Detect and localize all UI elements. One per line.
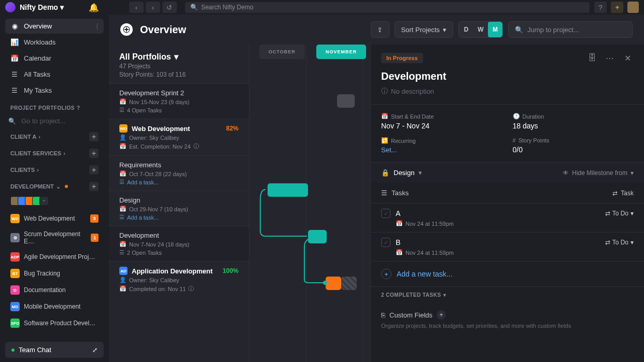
project-badge: MD [10,302,20,311]
timeline-row[interactable]: Design 📅Oct 29-Nov 7 (10 days) ☰Add a ta… [109,191,249,226]
timeline-row[interactable]: ADApplication Development100% 👤Owner: Sk… [109,261,249,298]
portfolios-header: PROJECT PORTFOLIOS? [5,99,104,113]
add-field-button[interactable]: + [437,310,446,320]
add-project-button[interactable]: + [89,132,99,141]
nav-calendar[interactable]: 📅Calendar [5,51,104,66]
info-icon[interactable]: ⓘ [193,142,199,150]
portfolio-client-a[interactable]: CLIENT A›+ [5,129,104,144]
project-docs[interactable]: DDocumentation [5,282,104,298]
description-field[interactable]: ⓘNo description [371,86,644,105]
project-scrum[interactable]: ⚙Scrum Development E…1 [5,227,104,248]
info-icon[interactable]: ⓘ [188,285,194,293]
portfolio-clients[interactable]: CLIENTS›+ [5,162,104,178]
close-button[interactable]: ✕ [621,52,634,64]
workspace-switcher[interactable]: Nifty Demo▾ [20,3,64,11]
collapse-sidebar-icon[interactable]: ⟨ [96,22,99,30]
notification-dot [65,185,68,188]
nav-back-button[interactable]: ‹ [129,2,144,13]
custom-fields-desc: Organize projects, track budgets, set pr… [371,323,644,329]
portfolio-client-services[interactable]: CLIENT SERVICES›+ [5,146,104,161]
sort-button[interactable]: Sort Projects▾ [395,21,453,38]
nav-all-tasks[interactable]: ☰All Tasks [5,67,104,82]
task-item[interactable]: B⇄To Do▾ 📅Nov 24 at 11:59pm [371,233,644,262]
project-badge: WD [119,124,128,133]
add-new-task[interactable]: +Add a new task... [371,262,644,287]
timeline-row-active[interactable]: Development 📅Nov 7-Nov 24 (18 days) ☰2 O… [109,226,249,261]
view-month[interactable]: M [488,22,502,37]
milestone-title[interactable]: Development [371,68,644,86]
add-project-button[interactable]: + [89,165,99,175]
gantt-bar[interactable] [341,277,357,290]
task-checkbox[interactable] [381,238,390,247]
gantt-chart[interactable]: OCTOBER NOVEMBER [249,45,370,362]
project-mobile[interactable]: MDMobile Development [5,299,104,314]
share-button[interactable]: ⇪ [371,21,389,38]
progress-pct: 100% [222,267,239,274]
add-task-link[interactable]: ☰Add a task... [119,179,239,185]
calendar-icon: 📅 [119,98,127,105]
gantt-bar[interactable] [308,230,327,243]
project-agile[interactable]: ADPAgile Development Proj… [5,249,104,265]
bell-icon[interactable]: 🔔 [89,3,99,12]
user-avatar[interactable] [627,2,639,13]
chevron-down-icon[interactable]: ▾ [418,169,422,177]
project-web-dev[interactable]: WDWeb Development3 [5,211,104,226]
add-task-button[interactable]: ⇄Task [612,190,634,197]
add-project-button[interactable]: + [89,182,99,191]
calendar-icon: 📅 [396,249,403,256]
hide-milestone-toggle[interactable]: 👁Hide Milestone from▾ [563,169,634,177]
team-chat-button[interactable]: Team Chat⤢ [5,342,104,358]
calendar-icon: 📅 [119,170,127,177]
progress-pct: 82% [226,125,239,132]
user-icon: 👤 [119,134,127,141]
task-checkbox[interactable] [381,209,390,218]
portfolio-title[interactable]: All Portfolios▾ [119,52,239,62]
view-week[interactable]: W [473,22,488,37]
points-value: 0/0 [513,146,634,154]
swap-icon: ⇄ [605,210,610,217]
gantt-bar[interactable] [326,277,341,290]
more-button[interactable]: ⋯ [604,52,616,64]
help-button[interactable]: ? [594,2,607,13]
add-project-button[interactable]: + [89,149,99,158]
timeline-row[interactable]: Development Sprint 2 📅Nov 15-Nov 23 (9 d… [109,83,249,119]
calendar-icon: 📅 [381,113,388,120]
info-icon[interactable]: ? [77,105,80,111]
jump-to-project[interactable]: 🔍Jump to project... [508,21,633,38]
task-item[interactable]: A⇄To Do▾ 📅Nov 24 at 11:59pm [371,204,644,233]
task-status-select[interactable]: ⇄To Do▾ [605,239,634,246]
add-task-link[interactable]: ☰Add a task... [119,214,239,221]
project-software[interactable]: SPDSoftware Product Devel… [5,315,104,331]
nav-forward-button[interactable]: › [146,2,160,13]
section-name[interactable]: Design [394,169,414,177]
archive-button[interactable]: 🗄 [586,52,598,64]
gantt-bar[interactable] [337,94,355,108]
global-search[interactable]: 🔍 Search Nifty Demo [185,2,590,13]
nav-workloads[interactable]: 📊Workloads [5,35,104,50]
recurring-set[interactable]: Set... [381,146,502,154]
status-badge[interactable]: In Progress [381,53,423,63]
compass-icon: ◉ [10,22,19,30]
project-bug[interactable]: BTBug Tracking [5,266,104,281]
add-member-button[interactable]: + [39,196,49,206]
view-day[interactable]: D [459,22,473,37]
chevron-right-icon: › [63,150,65,156]
list-icon: ☰ [119,107,124,113]
nav-my-tasks[interactable]: ☰My Tasks [5,83,104,98]
project-badge: WD [10,214,20,223]
chevron-down-icon: ▾ [631,239,634,246]
completed-tasks-toggle[interactable]: 2 COMPLETED TASKS▾ [371,287,644,303]
gantt-bar[interactable] [268,183,308,197]
project-search-input[interactable] [16,114,101,128]
task-status-select[interactable]: ⇄To Do▾ [605,210,634,217]
portfolio-development[interactable]: DEVELOPMENT⌄+ [5,179,104,194]
timeline-row[interactable]: Requirements 📅Oct 7-Oct 28 (22 days) ☰Ad… [109,155,249,191]
date-range[interactable]: Nov 7 - Nov 24 [381,122,502,130]
hash-icon: # [513,137,516,143]
upgrade-button[interactable]: ✦ [611,2,623,13]
timeline-row[interactable]: WDWeb Development82% 👤Owner: Sky Calibey… [109,119,249,155]
nav-overview[interactable]: ◉Overview⟨ [5,19,104,34]
list-icon: ☰ [381,189,387,197]
history-button[interactable]: ↺ [162,2,177,13]
calendar-icon: 📅 [396,220,403,227]
